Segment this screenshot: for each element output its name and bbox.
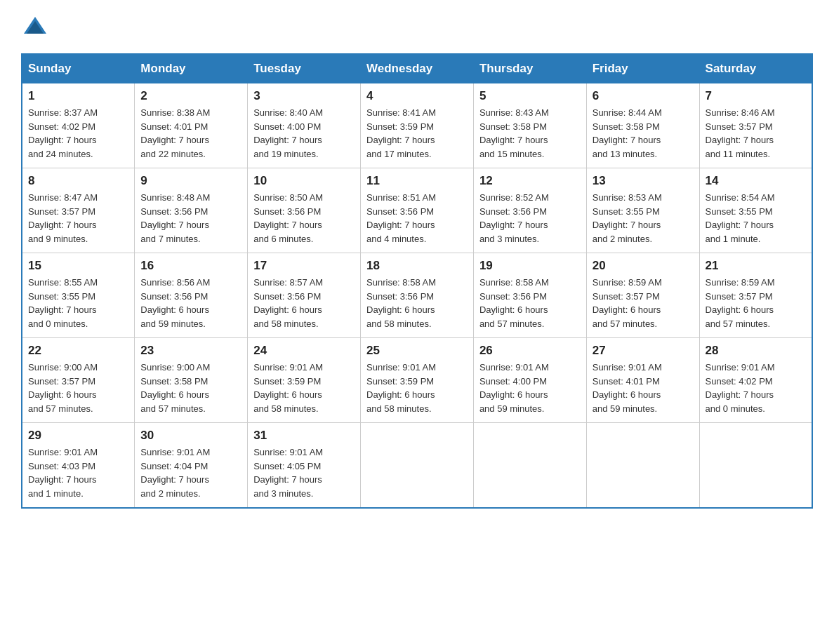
calendar-cell: 7 Sunrise: 8:46 AM Sunset: 3:57 PM Dayli… xyxy=(699,83,812,168)
week-row-1: 1 Sunrise: 8:37 AM Sunset: 4:02 PM Dayli… xyxy=(22,83,812,168)
calendar-cell: 22 Sunrise: 9:00 AM Sunset: 3:57 PM Dayl… xyxy=(22,338,135,423)
day-number: 26 xyxy=(479,344,581,358)
calendar-header-row: SundayMondayTuesdayWednesdayThursdayFrid… xyxy=(22,54,812,83)
calendar-cell: 9 Sunrise: 8:48 AM Sunset: 3:56 PM Dayli… xyxy=(135,168,248,253)
day-info: Sunrise: 8:50 AM Sunset: 3:56 PM Dayligh… xyxy=(253,191,355,246)
calendar-cell: 12 Sunrise: 8:52 AM Sunset: 3:56 PM Dayl… xyxy=(473,168,586,253)
calendar-cell: 10 Sunrise: 8:50 AM Sunset: 3:56 PM Dayl… xyxy=(248,168,361,253)
calendar-cell: 20 Sunrise: 8:59 AM Sunset: 3:57 PM Dayl… xyxy=(586,253,699,338)
day-info: Sunrise: 8:56 AM Sunset: 3:56 PM Dayligh… xyxy=(140,276,241,330)
day-info: Sunrise: 9:00 AM Sunset: 3:57 PM Dayligh… xyxy=(28,361,128,415)
calendar-cell: 4 Sunrise: 8:41 AM Sunset: 3:59 PM Dayli… xyxy=(361,83,474,168)
day-info: Sunrise: 9:01 AM Sunset: 4:04 PM Dayligh… xyxy=(140,445,241,500)
day-number: 8 xyxy=(28,174,128,188)
day-number: 22 xyxy=(28,344,128,358)
week-row-4: 22 Sunrise: 9:00 AM Sunset: 3:57 PM Dayl… xyxy=(22,338,812,423)
calendar-cell xyxy=(361,423,474,509)
day-info: Sunrise: 8:48 AM Sunset: 3:56 PM Dayligh… xyxy=(140,191,241,246)
calendar-cell: 2 Sunrise: 8:38 AM Sunset: 4:01 PM Dayli… xyxy=(135,83,248,168)
day-info: Sunrise: 8:54 AM Sunset: 3:55 PM Dayligh… xyxy=(706,191,806,246)
day-info: Sunrise: 8:46 AM Sunset: 3:57 PM Dayligh… xyxy=(706,106,806,161)
day-number: 31 xyxy=(253,429,355,443)
calendar-cell: 5 Sunrise: 8:43 AM Sunset: 3:58 PM Dayli… xyxy=(473,83,586,168)
day-info: Sunrise: 8:38 AM Sunset: 4:01 PM Dayligh… xyxy=(140,106,241,161)
day-info: Sunrise: 8:43 AM Sunset: 3:58 PM Dayligh… xyxy=(479,106,581,161)
day-info: Sunrise: 9:01 AM Sunset: 4:00 PM Dayligh… xyxy=(479,361,581,415)
day-number: 29 xyxy=(28,429,128,443)
day-info: Sunrise: 8:37 AM Sunset: 4:02 PM Dayligh… xyxy=(28,106,128,161)
day-info: Sunrise: 8:41 AM Sunset: 3:59 PM Dayligh… xyxy=(366,106,468,161)
calendar-cell: 14 Sunrise: 8:54 AM Sunset: 3:55 PM Dayl… xyxy=(699,168,812,253)
calendar-cell: 23 Sunrise: 9:00 AM Sunset: 3:58 PM Dayl… xyxy=(135,338,248,423)
calendar-cell: 15 Sunrise: 8:55 AM Sunset: 3:55 PM Dayl… xyxy=(22,253,135,338)
col-header-tuesday: Tuesday xyxy=(248,54,361,83)
day-number: 20 xyxy=(593,259,694,273)
calendar-cell: 26 Sunrise: 9:01 AM Sunset: 4:00 PM Dayl… xyxy=(473,338,586,423)
day-number: 30 xyxy=(140,429,241,443)
col-header-wednesday: Wednesday xyxy=(361,54,474,83)
day-info: Sunrise: 8:58 AM Sunset: 3:56 PM Dayligh… xyxy=(479,276,581,330)
calendar-cell: 31 Sunrise: 9:01 AM Sunset: 4:05 PM Dayl… xyxy=(248,423,361,509)
day-info: Sunrise: 8:53 AM Sunset: 3:55 PM Dayligh… xyxy=(593,191,694,246)
day-number: 14 xyxy=(706,174,806,188)
calendar-table: SundayMondayTuesdayWednesdayThursdayFrid… xyxy=(21,53,813,509)
logo-icon xyxy=(22,14,48,39)
day-number: 19 xyxy=(479,259,581,273)
calendar-cell: 18 Sunrise: 8:58 AM Sunset: 3:56 PM Dayl… xyxy=(361,253,474,338)
day-number: 23 xyxy=(140,344,241,358)
week-row-2: 8 Sunrise: 8:47 AM Sunset: 3:57 PM Dayli… xyxy=(22,168,812,253)
day-number: 24 xyxy=(253,344,355,358)
logo xyxy=(21,14,49,39)
day-number: 25 xyxy=(366,344,468,358)
calendar-cell xyxy=(473,423,586,509)
col-header-monday: Monday xyxy=(135,54,248,83)
day-number: 4 xyxy=(366,89,468,103)
day-number: 27 xyxy=(593,344,694,358)
day-info: Sunrise: 9:01 AM Sunset: 3:59 PM Dayligh… xyxy=(366,361,468,415)
day-number: 15 xyxy=(28,259,128,273)
day-info: Sunrise: 9:00 AM Sunset: 3:58 PM Dayligh… xyxy=(140,361,241,415)
calendar-cell: 21 Sunrise: 8:59 AM Sunset: 3:57 PM Dayl… xyxy=(699,253,812,338)
day-number: 7 xyxy=(706,89,806,103)
day-info: Sunrise: 8:58 AM Sunset: 3:56 PM Dayligh… xyxy=(366,276,468,330)
day-info: Sunrise: 8:59 AM Sunset: 3:57 PM Dayligh… xyxy=(706,276,806,330)
calendar-cell: 17 Sunrise: 8:57 AM Sunset: 3:56 PM Dayl… xyxy=(248,253,361,338)
calendar-cell: 27 Sunrise: 9:01 AM Sunset: 4:01 PM Dayl… xyxy=(586,338,699,423)
day-number: 13 xyxy=(593,174,694,188)
day-info: Sunrise: 8:59 AM Sunset: 3:57 PM Dayligh… xyxy=(593,276,694,330)
day-info: Sunrise: 9:01 AM Sunset: 3:59 PM Dayligh… xyxy=(253,361,355,415)
day-number: 2 xyxy=(140,89,241,103)
calendar-cell: 19 Sunrise: 8:58 AM Sunset: 3:56 PM Dayl… xyxy=(473,253,586,338)
day-number: 18 xyxy=(366,259,468,273)
day-info: Sunrise: 9:01 AM Sunset: 4:05 PM Dayligh… xyxy=(253,445,355,500)
day-number: 16 xyxy=(140,259,241,273)
col-header-thursday: Thursday xyxy=(473,54,586,83)
day-info: Sunrise: 9:01 AM Sunset: 4:02 PM Dayligh… xyxy=(706,361,806,415)
day-info: Sunrise: 9:01 AM Sunset: 4:03 PM Dayligh… xyxy=(28,445,128,500)
day-number: 1 xyxy=(28,89,128,103)
calendar-cell: 3 Sunrise: 8:40 AM Sunset: 4:00 PM Dayli… xyxy=(248,83,361,168)
day-info: Sunrise: 8:57 AM Sunset: 3:56 PM Dayligh… xyxy=(253,276,355,330)
calendar-cell: 8 Sunrise: 8:47 AM Sunset: 3:57 PM Dayli… xyxy=(22,168,135,253)
day-info: Sunrise: 8:52 AM Sunset: 3:56 PM Dayligh… xyxy=(479,191,581,246)
calendar-cell xyxy=(586,423,699,509)
day-info: Sunrise: 9:01 AM Sunset: 4:01 PM Dayligh… xyxy=(593,361,694,415)
calendar-cell: 1 Sunrise: 8:37 AM Sunset: 4:02 PM Dayli… xyxy=(22,83,135,168)
calendar-cell: 11 Sunrise: 8:51 AM Sunset: 3:56 PM Dayl… xyxy=(361,168,474,253)
calendar-cell: 29 Sunrise: 9:01 AM Sunset: 4:03 PM Dayl… xyxy=(22,423,135,509)
day-number: 12 xyxy=(479,174,581,188)
calendar-cell: 16 Sunrise: 8:56 AM Sunset: 3:56 PM Dayl… xyxy=(135,253,248,338)
day-number: 11 xyxy=(366,174,468,188)
day-number: 9 xyxy=(140,174,241,188)
calendar-cell: 13 Sunrise: 8:53 AM Sunset: 3:55 PM Dayl… xyxy=(586,168,699,253)
day-number: 6 xyxy=(593,89,694,103)
calendar-cell: 24 Sunrise: 9:01 AM Sunset: 3:59 PM Dayl… xyxy=(248,338,361,423)
week-row-3: 15 Sunrise: 8:55 AM Sunset: 3:55 PM Dayl… xyxy=(22,253,812,338)
day-info: Sunrise: 8:51 AM Sunset: 3:56 PM Dayligh… xyxy=(366,191,468,246)
calendar-cell xyxy=(699,423,812,509)
calendar-cell: 28 Sunrise: 9:01 AM Sunset: 4:02 PM Dayl… xyxy=(699,338,812,423)
day-number: 3 xyxy=(253,89,355,103)
week-row-5: 29 Sunrise: 9:01 AM Sunset: 4:03 PM Dayl… xyxy=(22,423,812,509)
day-number: 17 xyxy=(253,259,355,273)
col-header-friday: Friday xyxy=(586,54,699,83)
